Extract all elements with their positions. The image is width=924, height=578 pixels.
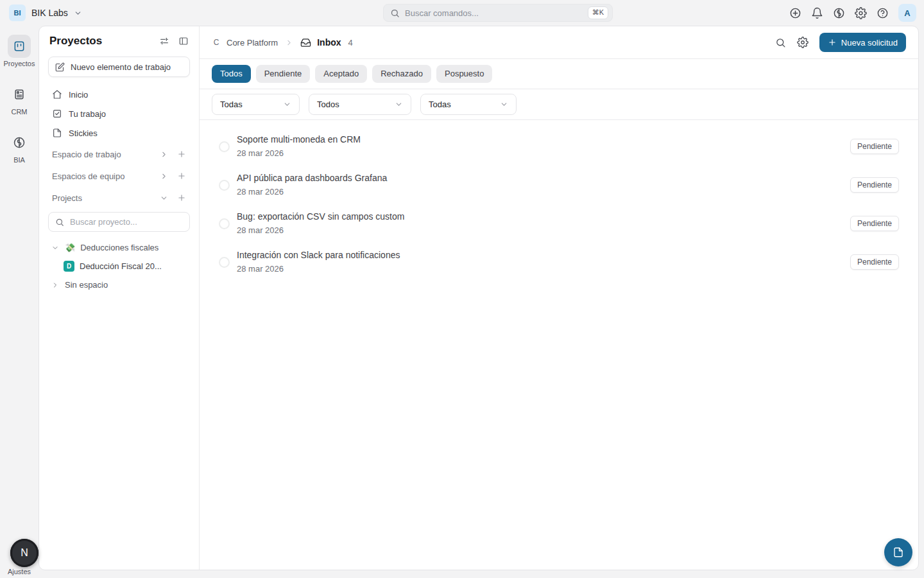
- status-circle-icon: [219, 218, 230, 229]
- inbox-list: Soporte multi-moneda en CRM 28 mar 2026 …: [200, 120, 918, 288]
- toggle-sidebar-icon[interactable]: [178, 36, 189, 46]
- rail-label: BIA: [13, 156, 25, 164]
- project-initial: C: [212, 38, 221, 47]
- dropdown-value: Todos: [317, 100, 339, 109]
- filter-tab-todos[interactable]: Todos: [212, 65, 251, 83]
- rail-label: Proyectos: [4, 60, 35, 67]
- settings-gear-icon[interactable]: [855, 7, 867, 19]
- sidebar-item-inicio[interactable]: Inicio: [48, 85, 190, 104]
- dropdown-value: Todas: [429, 100, 451, 109]
- brain-ai-icon[interactable]: [833, 7, 845, 19]
- sidebar-header: Proyectos: [48, 35, 190, 48]
- space-deducciones-fiscales[interactable]: 💸 Deducciones fiscales: [48, 238, 190, 257]
- section-label: Projects: [52, 193, 160, 203]
- sidebar-item-label: Inicio: [69, 90, 88, 100]
- dropdown-filter-1[interactable]: Todas: [212, 94, 300, 115]
- keyboard-shortcut-badge: ⌘K: [588, 6, 608, 19]
- sliders-icon[interactable]: [159, 36, 169, 46]
- filter-tab-pendiente[interactable]: Pendiente: [256, 65, 311, 83]
- rail-item-bia[interactable]: BIA: [8, 131, 31, 164]
- chevron-down-icon[interactable]: [51, 244, 60, 252]
- inbox-item[interactable]: API pública para dashboards Grafana 28 m…: [219, 172, 899, 198]
- main-header: C Core Platform Inbox 4: [200, 26, 918, 59]
- notifications-bell-icon[interactable]: [811, 7, 823, 19]
- breadcrumb: C Core Platform Inbox 4: [212, 37, 353, 48]
- inbox-item[interactable]: Soporte multi-moneda en CRM 28 mar 2026 …: [219, 134, 899, 159]
- dropdown-filter-2[interactable]: Todos: [309, 94, 411, 115]
- item-date: 28 mar 2026: [237, 186, 387, 198]
- filter-tab-rechazado[interactable]: Rechazado: [372, 65, 431, 83]
- app-rail: Proyectos CRM BIA Ajustes: [0, 26, 38, 578]
- item-title: Integración con Slack para notificacione…: [237, 249, 400, 261]
- space-label: Deducciones fiscales: [80, 243, 158, 252]
- workspace-switcher[interactable]: BI BIK Labs: [9, 4, 82, 21]
- top-bar: BI BIK Labs ⌘K A: [0, 0, 924, 26]
- filter-tab-aceptado[interactable]: Aceptado: [315, 65, 367, 83]
- status-circle-icon: [219, 141, 230, 152]
- plus-circle-icon[interactable]: [789, 7, 801, 19]
- status-badge: Pendiente: [850, 254, 899, 270]
- status-circle-icon: [219, 180, 230, 191]
- inbox-item[interactable]: Bug: exportación CSV sin campos custom 2…: [219, 211, 899, 236]
- project-search-input[interactable]: [70, 217, 183, 227]
- edit-pencil-icon: [55, 62, 65, 72]
- sidebar-title: Proyectos: [49, 35, 102, 48]
- project-deduccion-fiscal[interactable]: D Deducción Fiscal 20...: [48, 257, 190, 276]
- inbox-icon: [300, 37, 311, 48]
- sidebar-item-stickies[interactable]: Stickies: [48, 123, 190, 143]
- rail-item-proyectos[interactable]: Proyectos: [4, 35, 35, 67]
- user-avatar[interactable]: A: [898, 4, 916, 22]
- inbox-count: 4: [348, 38, 353, 48]
- chevron-right-icon[interactable]: [160, 150, 168, 159]
- plus-icon[interactable]: [177, 150, 186, 159]
- sidebar-item-label: Stickies: [69, 128, 98, 138]
- brain-icon: [8, 131, 31, 154]
- sidebar: Proyectos Nuevo elemento de trabajo: [39, 26, 200, 570]
- search-icon[interactable]: [775, 37, 786, 48]
- section-espacios-de-equipo[interactable]: Espacios de equipo: [48, 166, 190, 186]
- filter-tab-pospuesto[interactable]: Pospuesto: [436, 65, 492, 83]
- status-badge: Pendiente: [850, 139, 899, 154]
- status-badge: Pendiente: [850, 216, 899, 231]
- item-title: API pública para dashboards Grafana: [237, 172, 387, 184]
- section-label: Espacios de equipo: [52, 171, 160, 181]
- header-actions: Nueva solicitud: [775, 33, 906, 52]
- breadcrumb-project[interactable]: Core Platform: [227, 38, 278, 48]
- chevron-down-icon[interactable]: [160, 194, 168, 202]
- plus-icon[interactable]: [177, 193, 186, 202]
- check-square-icon: [52, 109, 62, 119]
- inbox-item[interactable]: Integración con Slack para notificacione…: [219, 249, 899, 275]
- breadcrumb-section: Inbox: [317, 37, 341, 48]
- new-work-item-button[interactable]: Nuevo elemento de trabajo: [48, 57, 190, 77]
- workspace-logo: BI: [9, 4, 26, 21]
- plus-icon[interactable]: [177, 171, 186, 180]
- item-date: 28 mar 2026: [237, 224, 404, 236]
- rail-item-ajustes[interactable]: Ajustes: [0, 568, 38, 575]
- sidebar-item-tu-trabajo[interactable]: Tu trabajo: [48, 104, 190, 123]
- status-circle-icon: [219, 257, 230, 268]
- project-label: Deducción Fiscal 20...: [80, 261, 162, 271]
- help-icon[interactable]: [877, 7, 889, 19]
- floating-chat-widget[interactable]: N: [10, 539, 38, 567]
- rail-item-crm[interactable]: CRM: [8, 83, 31, 116]
- space-sin-espacio[interactable]: Sin espacio: [48, 276, 190, 294]
- status-badge: Pendiente: [850, 177, 899, 193]
- home-icon: [52, 89, 62, 100]
- command-search-input[interactable]: [405, 8, 583, 18]
- project-initial-badge: D: [64, 261, 74, 272]
- chevron-right-icon[interactable]: [51, 281, 60, 289]
- new-request-button[interactable]: Nueva solicitud: [819, 33, 906, 52]
- project-tree: 💸 Deducciones fiscales D Deducción Fisca…: [48, 238, 190, 294]
- chevron-right-icon[interactable]: [160, 172, 168, 180]
- project-search[interactable]: [48, 212, 190, 232]
- status-filter-tabs: Todos Pendiente Aceptado Rechazado Pospu…: [200, 59, 918, 89]
- dropdown-value: Todas: [220, 100, 243, 109]
- dropdown-filter-3[interactable]: Todas: [420, 94, 517, 115]
- command-search[interactable]: ⌘K: [383, 4, 613, 22]
- rail-label: CRM: [11, 108, 27, 116]
- section-projects[interactable]: Projects: [48, 188, 190, 208]
- main-content: C Core Platform Inbox 4: [200, 26, 918, 570]
- settings-gear-icon[interactable]: [797, 37, 809, 48]
- section-espacio-de-trabajo[interactable]: Espacio de trabajo: [48, 144, 190, 164]
- new-document-fab[interactable]: [884, 538, 912, 566]
